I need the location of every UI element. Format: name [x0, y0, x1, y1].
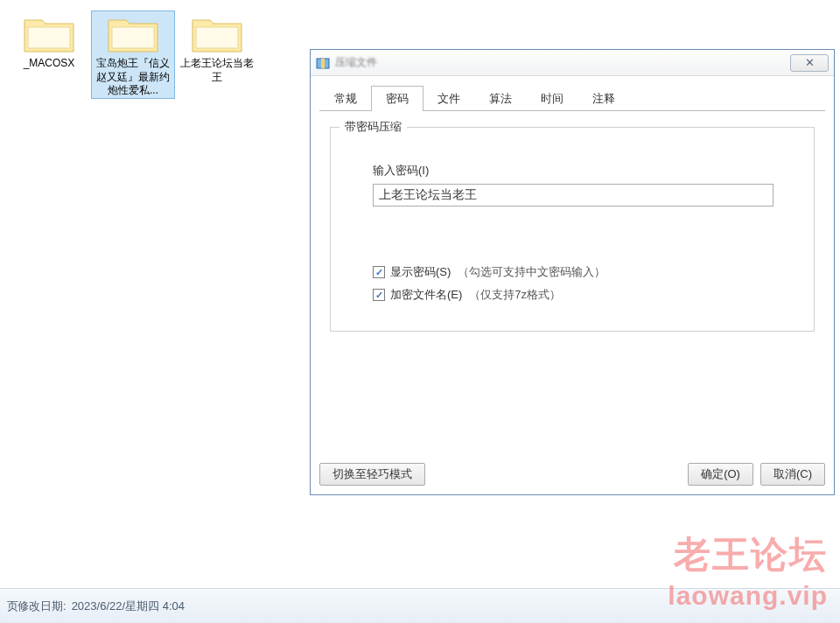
dialog-body: 常规 密码 文件 算法 时间 注释 带密码压缩 输入密码(I) 显示密码(S) … [311, 76, 834, 454]
folder-label: 宝岛炮王『信义赵又廷』最新约炮性爱私... [92, 57, 174, 98]
svg-rect-1 [321, 59, 325, 68]
password-group: 带密码压缩 输入密码(I) 显示密码(S) （勾选可支持中文密码输入） 加密文件… [330, 127, 815, 332]
folder-label: 上老王论坛当老王 [176, 57, 258, 84]
tab-strip: 常规 密码 文件 算法 时间 注释 [319, 85, 825, 111]
folder-item[interactable]: 上老王论坛当老王 [175, 10, 259, 99]
tab-password[interactable]: 密码 [371, 86, 424, 111]
cancel-button[interactable]: 取消(C) [760, 463, 825, 486]
close-button[interactable]: ✕ [790, 54, 829, 72]
archive-icon [316, 56, 330, 70]
compress-dialog: 压缩文件 ✕ 常规 密码 文件 算法 时间 注释 带密码压缩 输入密码(I) [310, 49, 835, 495]
folder-icon [105, 11, 161, 55]
tab-algorithm[interactable]: 算法 [474, 86, 527, 111]
tab-content: 带密码压缩 输入密码(I) 显示密码(S) （勾选可支持中文密码输入） 加密文件… [319, 111, 825, 454]
encrypt-filenames-label: 加密文件名(E) [390, 287, 462, 303]
show-password-hint: （勾选可支持中文密码输入） [458, 264, 606, 280]
switch-mode-button[interactable]: 切换至轻巧模式 [319, 463, 425, 486]
dialog-footer: 切换至轻巧模式 确定(O) 取消(C) [311, 454, 834, 494]
modified-value: 2023/6/22/星期四 4:04 [72, 598, 185, 614]
encrypt-filenames-hint: （仅支持7z格式） [469, 287, 561, 303]
status-bar: 页 修改日期: 2023/6/22/星期四 4:04 [0, 588, 840, 623]
folder-label: _MACOSX [22, 57, 77, 71]
folder-item[interactable]: _MACOSX [7, 10, 91, 99]
tab-time[interactable]: 时间 [526, 86, 578, 111]
group-title: 带密码压缩 [340, 119, 407, 135]
encrypt-filenames-checkbox[interactable] [373, 289, 385, 301]
show-password-checkbox[interactable] [373, 266, 385, 278]
modified-label: 修改日期: [18, 598, 66, 614]
tab-comment[interactable]: 注释 [578, 86, 630, 111]
tab-general[interactable]: 常规 [319, 86, 372, 111]
dialog-titlebar[interactable]: 压缩文件 ✕ [311, 50, 834, 76]
folder-icon [21, 11, 77, 55]
show-password-label: 显示密码(S) [390, 264, 451, 280]
ok-button[interactable]: 确定(O) [688, 463, 753, 486]
password-label: 输入密码(I) [373, 163, 796, 178]
folder-item[interactable]: 宝岛炮王『信义赵又廷』最新约炮性爱私... [91, 10, 175, 99]
tab-files[interactable]: 文件 [423, 86, 475, 111]
folder-icon [189, 11, 245, 55]
dialog-title: 压缩文件 [335, 55, 790, 70]
status-left-stub: 页 [7, 598, 14, 614]
password-input[interactable] [373, 184, 774, 206]
